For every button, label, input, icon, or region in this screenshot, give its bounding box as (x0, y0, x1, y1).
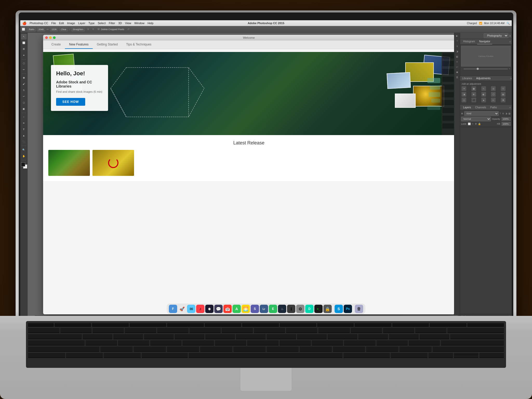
shift-right-key[interactable] (433, 347, 504, 352)
zoom-out-icon[interactable]: - (462, 68, 462, 70)
dock-mail[interactable]: ✉ (187, 305, 195, 313)
swatches-icon[interactable]: ▦ (455, 55, 459, 59)
dock-terminal[interactable]: >_ (314, 305, 323, 313)
j-key[interactable] (280, 340, 311, 345)
quote-key[interactable] (409, 340, 440, 345)
help-menu[interactable]: Help (148, 22, 154, 25)
properties-icon[interactable]: ≣ (455, 75, 459, 79)
8-key[interactable] (286, 328, 317, 333)
tab-tips[interactable]: Tips & Techniques (122, 41, 155, 49)
tab-adjustments[interactable]: Adjustments (474, 76, 493, 81)
v-key[interactable] (200, 347, 232, 352)
filter-menu[interactable]: Filter (109, 22, 115, 25)
o-key[interactable] (328, 334, 357, 339)
curves-btn[interactable]: ∿ (481, 86, 486, 91)
path-selection-tool[interactable]: ▲ (21, 133, 27, 138)
f7-key[interactable] (280, 323, 316, 327)
color-panel-icon[interactable]: ◑ (455, 49, 459, 54)
pen-tool[interactable]: ✒ (21, 120, 27, 126)
c-key[interactable] (167, 347, 199, 352)
minimize-button[interactable] (49, 36, 52, 39)
dodge-tool[interactable]: ○ (21, 114, 27, 120)
traffic-lights[interactable] (45, 36, 56, 39)
4-key[interactable] (157, 328, 189, 333)
move-tool[interactable]: ↖ (21, 34, 27, 39)
foreground-toggle[interactable]: ▶ (455, 34, 459, 38)
zoom-in-icon[interactable]: + (509, 68, 510, 70)
l-key[interactable] (344, 340, 375, 345)
window-menu[interactable]: Window (134, 22, 144, 25)
eraser-tool[interactable]: ◻ (21, 100, 27, 105)
f3-key[interactable] (130, 323, 166, 327)
caps-key[interactable] (28, 340, 85, 345)
3-key[interactable] (125, 328, 156, 333)
u-key[interactable] (267, 334, 296, 339)
edit-menu[interactable]: Edit (59, 22, 64, 25)
1-key[interactable] (60, 328, 92, 333)
type-menu[interactable]: Type (88, 22, 95, 25)
w-key[interactable] (113, 334, 143, 339)
brightness-contrast-btn[interactable]: ☀ (462, 86, 466, 91)
dock-contacts[interactable]: A (232, 305, 241, 313)
adj-panel-menu[interactable]: ≡ (510, 76, 512, 81)
expand-panels-icon[interactable]: ⟫ (509, 35, 511, 37)
shift-left-key[interactable] (28, 347, 99, 352)
e-key[interactable] (144, 334, 174, 339)
tab-layers[interactable]: Layers (461, 105, 473, 110)
f6-key[interactable] (242, 323, 279, 327)
f5-key[interactable] (205, 323, 241, 327)
q-key[interactable] (83, 334, 112, 339)
r-key[interactable] (175, 334, 204, 339)
dock-system-prefs[interactable]: ⚙ (296, 305, 304, 313)
view-menu[interactable]: View (125, 22, 131, 25)
tab-histogram[interactable]: Histogram (461, 39, 477, 44)
dock-steam[interactable]: ♨ (278, 305, 286, 313)
zoom-slider-thumb[interactable] (477, 68, 479, 70)
foreground-color-swatch[interactable] (21, 162, 25, 167)
filter-mode-icon[interactable]: ◑ (505, 112, 507, 115)
lock-pixels-icon[interactable]: ✏ (472, 123, 474, 125)
t-key[interactable] (205, 334, 235, 339)
dock-skype[interactable]: S (251, 305, 259, 313)
tab-create[interactable]: Create (47, 41, 65, 49)
tab-navigator[interactable]: Navigator (477, 39, 493, 44)
color-balance-btn[interactable]: ⊕ (471, 92, 476, 97)
type-tool[interactable]: T (21, 127, 27, 132)
filter-effect-icon[interactable]: ⊕ (502, 112, 504, 115)
lasso-tool[interactable]: ⌘ (21, 46, 27, 52)
gradient-tool[interactable]: ▣ (21, 106, 27, 112)
dock-messages[interactable]: 💬 (214, 305, 223, 313)
3d-menu[interactable]: 3D (118, 22, 122, 25)
f11-key[interactable] (430, 323, 466, 327)
panel-menu[interactable]: ≡ (509, 39, 511, 44)
magic-wand-tool[interactable]: ✦ (21, 52, 27, 58)
fill-input[interactable] (502, 122, 511, 126)
layer-menu[interactable]: Layer (78, 22, 85, 25)
slash-key[interactable] (399, 347, 432, 352)
x-key[interactable] (134, 347, 166, 352)
filter-attr-icon[interactable]: ▦ (508, 112, 511, 115)
opacity-input[interactable] (502, 117, 511, 121)
posterize-btn[interactable]: ⬛ (471, 98, 476, 102)
filter-type-icon[interactable]: T (500, 112, 501, 115)
f4-key[interactable] (167, 323, 204, 327)
delete-key[interactable] (447, 328, 504, 333)
f2-key[interactable] (92, 323, 129, 327)
period-key[interactable] (366, 347, 398, 352)
ctrl-key[interactable] (66, 353, 103, 358)
comma-key[interactable] (333, 347, 365, 352)
k-key[interactable] (312, 340, 343, 345)
apple-menu[interactable]: 🍎 (22, 21, 26, 25)
a-key[interactable] (85, 340, 117, 345)
black-white-btn[interactable]: ◐ (481, 92, 486, 97)
d-key[interactable] (150, 340, 182, 345)
f12-key[interactable] (467, 323, 504, 327)
height-input[interactable]: 1536 (50, 27, 58, 31)
backslash-key[interactable] (450, 334, 504, 339)
zoom-slider[interactable] (463, 69, 508, 69)
n-key[interactable] (267, 347, 299, 352)
blend-mode-dropdown[interactable]: Normal (461, 117, 491, 121)
lock-position-icon[interactable]: ✤ (475, 123, 477, 125)
m-key[interactable] (300, 347, 332, 352)
return-key[interactable] (441, 340, 504, 345)
